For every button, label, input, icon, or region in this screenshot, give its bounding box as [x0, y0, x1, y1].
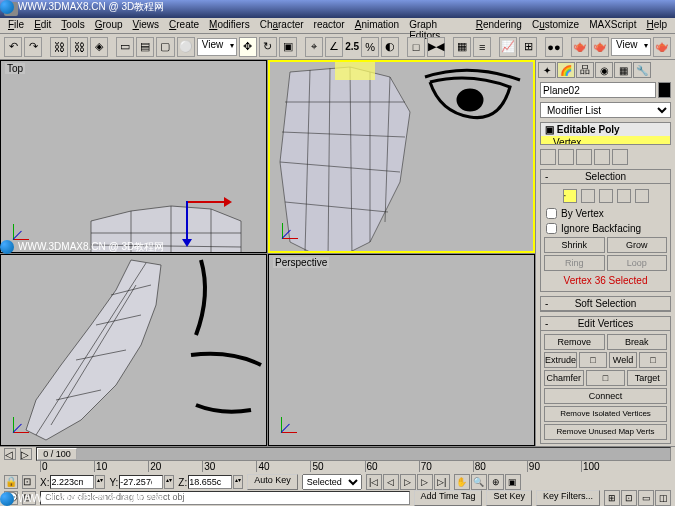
tab-display[interactable]: ▦	[614, 62, 632, 78]
named-sel-button[interactable]: □	[407, 37, 425, 57]
chamfer-settings-button[interactable]: □	[586, 370, 626, 386]
undo-button[interactable]: ↶	[4, 37, 22, 57]
object-name-input[interactable]	[540, 82, 656, 98]
subobj-edge-button[interactable]	[581, 189, 595, 203]
tab-create[interactable]: ✦	[538, 62, 556, 78]
scale-button[interactable]: ▣	[279, 37, 297, 57]
extrude-settings-button[interactable]: □	[579, 352, 607, 368]
render-scene-button[interactable]: 🫖	[571, 37, 589, 57]
viewport-top[interactable]: Top	[0, 60, 267, 253]
x-coord-input[interactable]	[50, 475, 94, 489]
extrude-button[interactable]: Extrude	[544, 352, 577, 368]
menu-tools[interactable]: Tools	[57, 18, 88, 33]
bind-button[interactable]: ◈	[90, 37, 108, 57]
menu-character[interactable]: Character	[256, 18, 308, 33]
connect-button[interactable]: Connect	[544, 388, 667, 404]
weld-button[interactable]: Weld	[609, 352, 637, 368]
fov-button[interactable]: ◫	[655, 490, 671, 506]
remove-unused-map-button[interactable]: Remove Unused Map Verts	[544, 424, 667, 440]
move-button[interactable]: ✥	[239, 37, 257, 57]
add-time-tag-button[interactable]: Add Time Tag	[414, 490, 483, 506]
show-end-button[interactable]	[558, 149, 574, 165]
timeline-start-button[interactable]: ◁	[4, 448, 16, 460]
chamfer-button[interactable]: Chamfer	[544, 370, 584, 386]
subobj-element-button[interactable]	[635, 189, 649, 203]
menu-customize[interactable]: Customize	[528, 18, 583, 33]
x-spinner[interactable]: ▴▾	[95, 475, 105, 489]
mirror-button[interactable]: ▶◀	[427, 37, 445, 57]
menu-grapheditors[interactable]: Graph Editors	[405, 18, 470, 33]
viewport-perspective[interactable]: Perspective	[268, 254, 535, 447]
modifier-stack[interactable]: ▣ Editable Poly Vertex Edge Border Polyg…	[540, 122, 671, 145]
angle-snap-button[interactable]: ∠	[325, 37, 343, 57]
curve-editor-button[interactable]: 📈	[499, 37, 517, 57]
menu-maxscript[interactable]: MAXScript	[585, 18, 640, 33]
menu-help[interactable]: Help	[642, 18, 671, 33]
keyfilters-button[interactable]: Key Filters...	[536, 490, 600, 506]
menu-rendering[interactable]: Rendering	[472, 18, 526, 33]
remove-mod-button[interactable]	[594, 149, 610, 165]
unique-button[interactable]	[576, 149, 592, 165]
unlink-button[interactable]: ⛓	[70, 37, 88, 57]
tab-motion[interactable]: ◉	[595, 62, 613, 78]
subobj-polygon-button[interactable]	[617, 189, 631, 203]
ignore-backfacing-checkbox[interactable]: Ignore Backfacing	[544, 222, 667, 235]
time-slider[interactable]: 0 / 100	[36, 447, 671, 461]
tab-utilities[interactable]: 🔧	[633, 62, 651, 78]
grow-button[interactable]: Grow	[607, 237, 668, 253]
z-spinner[interactable]: ▴▾	[233, 475, 243, 489]
snap-button[interactable]: ⌖	[305, 37, 323, 57]
lock-button[interactable]: 🔒	[4, 475, 18, 489]
layers-button[interactable]: ≡	[473, 37, 491, 57]
menu-create[interactable]: Create	[165, 18, 203, 33]
menu-file[interactable]: File	[4, 18, 28, 33]
render-button[interactable]: 🫖	[653, 37, 671, 57]
tab-hierarchy[interactable]: 品	[576, 62, 594, 78]
material-button[interactable]: ●●	[545, 37, 563, 57]
spinner-snap-button[interactable]: ◐	[381, 37, 399, 57]
view2-dropdown[interactable]: View	[611, 38, 651, 56]
select-button[interactable]: ▭	[116, 37, 134, 57]
y-coord-input[interactable]	[119, 475, 163, 489]
remove-button[interactable]: Remove	[544, 334, 605, 350]
zoom-extents-button[interactable]: ⊞	[604, 490, 620, 506]
break-button[interactable]: Break	[607, 334, 668, 350]
view-dropdown[interactable]: View	[197, 38, 237, 56]
shrink-button[interactable]: Shrink	[544, 237, 605, 253]
setkey-button[interactable]: Set Key	[486, 490, 532, 506]
menu-reactor[interactable]: reactor	[310, 18, 349, 33]
schematic-button[interactable]: ⊞	[519, 37, 537, 57]
z-coord-input[interactable]	[188, 475, 232, 489]
menu-animation[interactable]: Animation	[351, 18, 403, 33]
menu-edit[interactable]: Edit	[30, 18, 55, 33]
viewport-front[interactable]	[268, 60, 535, 253]
menu-modifiers[interactable]: Modifiers	[205, 18, 254, 33]
configure-button[interactable]	[612, 149, 628, 165]
timeline-end-button[interactable]: ▷	[20, 448, 32, 460]
select-link-button[interactable]: ⛓	[50, 37, 68, 57]
zoom-all-button[interactable]: ⊡	[621, 490, 637, 506]
menu-views[interactable]: Views	[129, 18, 164, 33]
target-weld-button[interactable]: Target Weld	[627, 370, 667, 386]
subobj-vertex-button[interactable]: ·	[563, 189, 577, 203]
weld-settings-button[interactable]: □	[639, 352, 667, 368]
menu-group[interactable]: Group	[91, 18, 127, 33]
tab-modify[interactable]: 🌈	[557, 62, 575, 78]
viewport-left[interactable]	[0, 254, 267, 447]
sel-lock-button[interactable]: ⊡	[22, 475, 36, 489]
by-vertex-checkbox[interactable]: By Vertex	[544, 207, 667, 220]
object-color-swatch[interactable]	[658, 82, 671, 98]
time-ruler[interactable]: 0102030405060708090100	[0, 461, 675, 472]
select-region-button[interactable]: ▢	[156, 37, 174, 57]
remove-isolated-button[interactable]: Remove Isolated Vertices	[544, 406, 667, 422]
percent-snap-button[interactable]: %	[361, 37, 379, 57]
align-button[interactable]: ▦	[453, 37, 471, 57]
modifier-list-dropdown[interactable]: Modifier List	[540, 102, 671, 118]
redo-button[interactable]: ↷	[24, 37, 42, 57]
region-zoom-button[interactable]: ▭	[638, 490, 654, 506]
quick-render-button[interactable]: 🫖	[591, 37, 609, 57]
y-spinner[interactable]: ▴▾	[164, 475, 174, 489]
select-name-button[interactable]: ▤	[136, 37, 154, 57]
subobj-border-button[interactable]	[599, 189, 613, 203]
filter-button[interactable]: ⚪	[177, 37, 195, 57]
